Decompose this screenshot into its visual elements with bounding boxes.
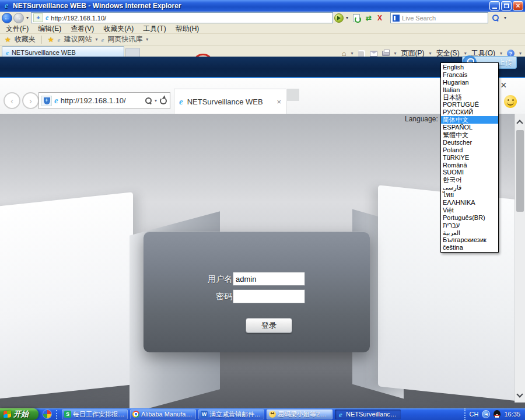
refresh-button[interactable]: ⇄ bbox=[363, 12, 374, 23]
menu-item[interactable]: 帮助(H) bbox=[176, 24, 200, 34]
favorites-add-icon[interactable]: + bbox=[33, 13, 43, 22]
taskbar-item[interactable]: 思码梁小姐等2个会话 bbox=[267, 410, 332, 419]
taskbar-item[interactable]: e NETSurveillance ... bbox=[335, 410, 401, 419]
upload-button-label: 上传 bbox=[498, 58, 512, 68]
language-option[interactable]: Hugarian bbox=[441, 79, 498, 86]
start-button[interactable]: 开始 bbox=[0, 408, 38, 420]
background-wall-left bbox=[0, 192, 133, 401]
inner-address-bar[interactable]: + e http://192.168.1.10/ ▾ bbox=[38, 92, 170, 109]
menu-item[interactable]: 编辑(E) bbox=[38, 24, 61, 34]
language-option[interactable]: Francais bbox=[441, 71, 498, 79]
menu-item[interactable]: 工具(T) bbox=[143, 24, 166, 34]
language-option[interactable]: SUOMI bbox=[441, 169, 498, 176]
language-option[interactable]: 繁體中文 bbox=[441, 131, 498, 139]
language-option[interactable]: РУССКИЙ bbox=[441, 108, 498, 116]
chevron-down-icon[interactable]: ▾ bbox=[155, 98, 157, 103]
inner-forward-button[interactable]: › bbox=[22, 92, 39, 109]
language-option[interactable]: Българскиезик bbox=[441, 236, 498, 244]
tray-collapse-icon[interactable]: ◄ bbox=[482, 410, 490, 418]
window-title: NETSurveillance WEB - Windows Internet E… bbox=[13, 2, 489, 10]
menu-item[interactable]: 收藏夹(A) bbox=[103, 24, 134, 34]
chevron-down-icon: ▾ bbox=[500, 51, 502, 56]
login-button[interactable]: 登录 bbox=[246, 318, 292, 333]
chevron-down-icon: ▾ bbox=[429, 51, 432, 56]
chevron-down-icon[interactable]: ▾ bbox=[351, 51, 354, 56]
language-option[interactable]: 日本語 bbox=[441, 94, 498, 102]
address-url[interactable]: http://192.168.1.10/ bbox=[51, 15, 106, 22]
username-field[interactable] bbox=[233, 272, 305, 286]
scrollbar-thumb[interactable] bbox=[516, 130, 524, 212]
language-option[interactable]: English bbox=[441, 64, 498, 71]
qq-tray-icon[interactable] bbox=[494, 410, 501, 418]
address-bar[interactable]: + e http://192.168.1.10/ bbox=[31, 12, 333, 23]
language-option[interactable]: Italian bbox=[441, 86, 498, 94]
restore-button[interactable] bbox=[501, 1, 512, 10]
page-scrollbar[interactable] bbox=[514, 114, 525, 402]
taskbar-item[interactable]: S 每日工作安排报表... bbox=[62, 410, 128, 419]
language-option[interactable]: Deutscher bbox=[441, 139, 498, 146]
go-icon[interactable] bbox=[334, 13, 344, 23]
chevron-down-icon[interactable]: ▾ bbox=[394, 51, 397, 56]
inner-tab[interactable]: e NETSurveillance WEB × bbox=[174, 89, 286, 114]
favorites-star-icon[interactable]: ★ bbox=[5, 36, 11, 44]
chevron-down-icon[interactable]: ▾ bbox=[146, 37, 148, 42]
favorites-button[interactable]: 收藏夹 bbox=[15, 34, 36, 44]
language-option[interactable]: ESPAÑOL bbox=[441, 124, 498, 131]
divider bbox=[41, 36, 42, 44]
taskbar-item-label: 满立减营销邮件-3... bbox=[209, 410, 262, 419]
menu-item[interactable]: 文件(F) bbox=[6, 24, 29, 34]
language-option[interactable]: فارسی bbox=[441, 184, 498, 191]
close-button[interactable]: × bbox=[513, 1, 523, 10]
suggested-sites-button[interactable]: 建议网站 bbox=[64, 34, 92, 44]
language-option[interactable]: Việt bbox=[441, 206, 498, 214]
search-icon[interactable] bbox=[489, 12, 502, 23]
language-option[interactable]: 简体中文 bbox=[441, 116, 498, 124]
inner-back-button[interactable]: ‹ bbox=[4, 92, 20, 109]
language-option[interactable]: العربية bbox=[441, 229, 498, 237]
rss-icon[interactable] bbox=[358, 50, 365, 57]
search-dropdown-icon[interactable]: ▾ bbox=[503, 15, 508, 20]
language-option[interactable]: עברית bbox=[441, 222, 498, 229]
inner-tab-title: NETSurveillance WEB bbox=[187, 97, 273, 106]
scroll-down-icon[interactable] bbox=[516, 391, 523, 397]
page-refresh-icon[interactable] bbox=[351, 12, 362, 23]
menu-item[interactable]: 查看(V) bbox=[71, 24, 94, 34]
back-button[interactable]: ← bbox=[2, 13, 12, 23]
taskbar-item[interactable]: W 满立减营销邮件-3... bbox=[198, 410, 264, 419]
quick-launch-browser-icon[interactable] bbox=[43, 410, 51, 418]
taskbar-item[interactable]: Alibaba Manufact... bbox=[130, 410, 196, 419]
language-option[interactable]: TüRKiYE bbox=[441, 154, 498, 162]
language-option[interactable]: ΕΛΛΗΝΙΚΑ bbox=[441, 199, 498, 206]
inner-tab-close-icon[interactable]: × bbox=[276, 97, 281, 106]
inner-refresh-icon[interactable] bbox=[159, 97, 167, 105]
address-dropdown-icon[interactable]: ▾ bbox=[345, 15, 349, 20]
web-slice-button[interactable]: 网页快讯库 bbox=[107, 34, 142, 44]
printer-icon[interactable] bbox=[382, 51, 390, 56]
smiley-icon[interactable] bbox=[504, 95, 517, 108]
chevron-down-icon[interactable]: ▾ bbox=[95, 37, 97, 42]
language-option[interactable]: PORTUGUÊ bbox=[441, 101, 498, 108]
minimize-button[interactable] bbox=[489, 1, 500, 10]
language-option[interactable]: čeština bbox=[441, 244, 498, 251]
taskbar-item-label: 每日工作安排报表... bbox=[73, 410, 125, 419]
live-search-logo-icon bbox=[393, 15, 400, 22]
username-label: 用户名 bbox=[208, 274, 232, 285]
input-language-indicator[interactable]: CH bbox=[470, 411, 479, 418]
password-field[interactable] bbox=[233, 289, 305, 303]
inner-close-icon[interactable]: × bbox=[501, 79, 507, 92]
language-option[interactable]: ไทย bbox=[441, 191, 498, 199]
taskbar-item-label: Alibaba Manufact... bbox=[141, 411, 194, 418]
language-option[interactable]: 한국어 bbox=[441, 176, 498, 184]
read-mail-icon[interactable] bbox=[370, 51, 377, 57]
scroll-up-icon[interactable] bbox=[516, 120, 523, 126]
history-dropdown-icon[interactable]: ▾ bbox=[25, 15, 30, 20]
inner-address-url[interactable]: http://192.168.1.10/ bbox=[61, 96, 126, 105]
inner-new-tab-button[interactable] bbox=[287, 89, 299, 101]
inner-search-icon[interactable] bbox=[145, 97, 152, 104]
language-option[interactable]: Português(BR) bbox=[441, 214, 498, 222]
language-option[interactable]: Poland bbox=[441, 146, 498, 154]
search-box[interactable]: Live Search bbox=[390, 12, 488, 23]
stop-button[interactable]: X bbox=[375, 12, 384, 23]
forward-button[interactable]: → bbox=[13, 13, 24, 23]
language-option[interactable]: Română bbox=[441, 162, 498, 169]
